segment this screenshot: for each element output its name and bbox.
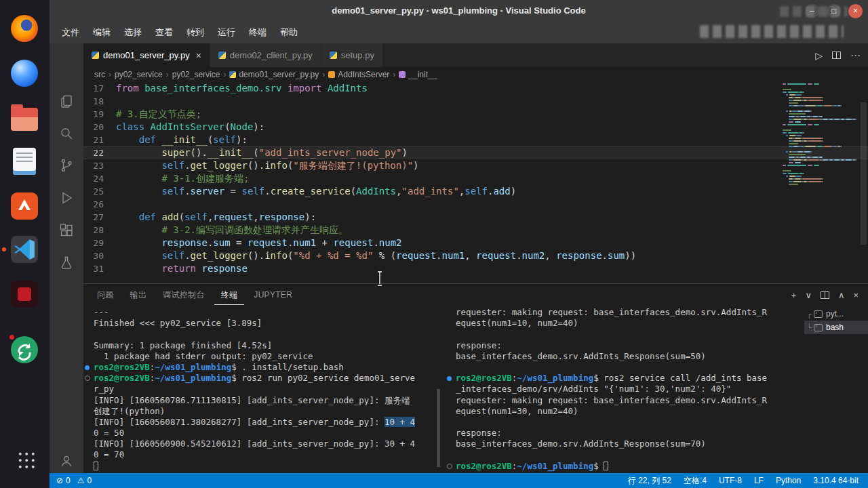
accounts-icon[interactable] — [58, 453, 75, 469]
terminal-list: ┌pyt...└bash — [804, 307, 868, 472]
editor-actions: ▷ ⋯ — [815, 43, 861, 67]
line-number: 17 — [83, 82, 116, 95]
menu-item[interactable]: 文件 — [55, 24, 86, 41]
dark-red-app-icon[interactable] — [11, 281, 38, 308]
python-file-icon — [218, 52, 226, 59]
panel-tab[interactable]: 终端 — [214, 285, 245, 305]
minimap[interactable] — [783, 83, 859, 245]
breadcrumb-item[interactable]: py02_service — [172, 70, 220, 79]
chevron-right-icon: › — [322, 70, 325, 79]
run-debug-icon[interactable] — [58, 190, 75, 206]
terminal-left[interactable]: ---Finished <<< py02_service [3.89s]Summ… — [83, 307, 441, 472]
code-line: 17from base_interfaces_demo.srv import A… — [83, 82, 868, 95]
explorer-icon[interactable] — [58, 94, 75, 110]
breadcrumb-item[interactable]: src — [94, 70, 105, 79]
panel-tab[interactable]: 问题 — [90, 285, 121, 305]
command-decoration — [446, 373, 456, 384]
code-line: 24 # 3-1.创建服务端; — [83, 172, 868, 185]
scrollbar-thumb[interactable] — [861, 102, 867, 245]
status-errors[interactable]: ⊘0 — [56, 476, 71, 485]
menu-item[interactable]: 运行 — [211, 24, 242, 41]
panel-tab[interactable]: 输出 — [123, 285, 154, 305]
panel-tab[interactable]: 调试控制台 — [156, 285, 212, 305]
terminal-dropdown-icon[interactable]: ∨ — [805, 290, 812, 300]
more-actions-icon[interactable]: ⋯ — [850, 49, 861, 62]
status-encoding[interactable]: UTF-8 — [719, 476, 742, 485]
editor-tab[interactable]: demo01_server_py.py× — [83, 43, 210, 67]
code-line: 31 return response — [83, 262, 868, 275]
status-interpreter[interactable]: 3.10.4 64-bit — [813, 476, 859, 485]
chevron-right-icon: › — [166, 70, 169, 79]
status-left: ⊘0⚠0 — [50, 476, 92, 485]
line-number: 19 — [83, 108, 116, 121]
run-python-file-button[interactable]: ▷ — [815, 50, 823, 61]
new-terminal-icon[interactable]: + — [791, 290, 797, 300]
terminal-line — [446, 449, 804, 460]
code-line: 20class AddIntsServer(Node): — [83, 121, 868, 134]
panel: 问题输出调试控制台终端JUPYTER + ∨ ∧ × ---Finished <… — [83, 283, 868, 473]
editor-tab[interactable]: demo02_client_py.py — [210, 43, 321, 67]
menu-item[interactable]: 选择 — [117, 24, 149, 41]
status-language[interactable]: Python — [776, 476, 801, 485]
class-icon — [328, 71, 335, 78]
breadcrumb: src›py02_service›py02_service›demo01_ser… — [83, 67, 868, 82]
editor-scrollbar[interactable] — [859, 82, 868, 283]
close-panel-icon[interactable]: × — [853, 290, 859, 300]
terminal-list-item[interactable]: └bash — [804, 321, 868, 334]
menu-item[interactable]: 帮助 — [273, 24, 304, 41]
breadcrumb-item[interactable]: AddIntsServer — [338, 70, 389, 79]
breadcrumb-item[interactable]: demo01_server_py.py — [239, 70, 319, 79]
menu-item[interactable]: 终端 — [242, 24, 273, 41]
chevron-right-icon: › — [223, 70, 226, 79]
code-line: 30 self.get_logger().info("%d + %d = %d"… — [83, 249, 868, 262]
maximize-button[interactable]: □ — [827, 4, 841, 18]
terminal-line: [INFO] [1660560786.711130815] [add_ints_… — [83, 395, 441, 406]
terminal-scrollbar[interactable] — [437, 389, 440, 467]
panel-tab[interactable]: JUPYTER — [247, 285, 299, 305]
terminal-line: 创建了!(python) — [83, 406, 441, 417]
code-line: 26 — [83, 198, 868, 211]
line-number: 18 — [83, 95, 116, 108]
maximize-panel-icon[interactable]: ∧ — [838, 290, 845, 300]
terminal-line: 0 = 50 — [83, 428, 441, 439]
terminal-cursor — [604, 462, 608, 470]
line-number: 20 — [83, 121, 116, 134]
status-indentation[interactable]: 空格:4 — [684, 475, 707, 487]
software-updater-icon[interactable] — [11, 336, 38, 363]
status-eol[interactable]: LF — [754, 476, 764, 485]
close-tab-icon[interactable]: × — [196, 50, 201, 61]
source-control-icon[interactable] — [58, 157, 75, 174]
line-number: 27 — [83, 211, 116, 224]
status-cursor-position[interactable]: 行 22, 列 52 — [628, 475, 671, 487]
terminal-label: bash — [826, 323, 844, 332]
terminal-right[interactable]: requester: making request: base_interfac… — [446, 307, 804, 472]
firefox-icon[interactable] — [11, 15, 38, 42]
search-icon[interactable] — [58, 125, 75, 142]
menu-item[interactable]: 查看 — [149, 24, 180, 41]
errors-icon: ⊘ — [56, 476, 63, 485]
editor-tab[interactable]: setup.py — [321, 43, 383, 67]
terminal-line — [83, 461, 441, 472]
status-warnings[interactable]: ⚠0 — [77, 476, 92, 485]
text-editor-icon[interactable] — [13, 148, 36, 175]
split-editor-icon[interactable] — [832, 52, 841, 59]
minimize-button[interactable]: – — [805, 4, 819, 18]
terminal-line: _interfaces_demo/srv/AddInts "{'num1': 3… — [446, 384, 804, 394]
menu-item[interactable]: 转到 — [180, 24, 211, 41]
breadcrumb-item[interactable]: py02_service — [115, 70, 163, 79]
app-grid-icon[interactable] — [16, 450, 35, 468]
tab-bar: demo01_server_py.py×demo02_client_py.pys… — [83, 43, 868, 67]
close-button[interactable]: × — [848, 4, 863, 18]
vscode-icon[interactable] — [11, 236, 38, 263]
terminal-list-item[interactable]: ┌pyt... — [804, 307, 868, 321]
split-terminal-icon[interactable] — [821, 291, 829, 299]
code-editor[interactable]: 17from base_interfaces_demo.srv import A… — [83, 82, 868, 283]
testing-icon[interactable] — [58, 255, 75, 271]
ubuntu-software-icon[interactable] — [11, 192, 38, 220]
files-icon[interactable] — [11, 108, 38, 131]
breadcrumb-item[interactable]: __init__ — [408, 70, 437, 79]
terminal-line: equest(num1=10, num2=40) — [446, 318, 804, 329]
browser-icon[interactable] — [11, 60, 38, 87]
extensions-icon[interactable] — [58, 222, 75, 239]
menu-item[interactable]: 编辑 — [86, 24, 117, 41]
